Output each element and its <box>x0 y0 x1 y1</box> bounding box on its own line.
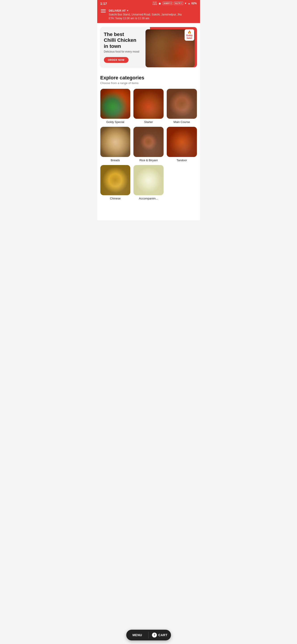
banner-subtitle: Delicious food for every mood <box>104 50 146 53</box>
banner-left-content: The bestChilli Chickenin town Delicious … <box>100 27 150 67</box>
categories-subtitle: Choose from a range of items <box>100 82 197 85</box>
status-time: 1:17 <box>100 2 107 5</box>
wifi-badge: VoWiFi 2 <box>162 2 173 5</box>
tandoor-image <box>167 127 197 157</box>
logo-hotel: hotel <box>187 37 192 40</box>
accompaniment-image <box>133 165 164 195</box>
main-content: The bestChilli Chickenin town Delicious … <box>97 23 200 220</box>
breads-label: Breads <box>111 158 120 162</box>
wifi-icon: ▼ <box>184 2 187 5</box>
categories-grid: Goldy Special Starter Main Course Breads… <box>100 89 197 200</box>
banner-right-content: 🔥 Goldy hotel <box>150 27 197 67</box>
category-goldy-special[interactable]: Goldy Special <box>100 89 130 124</box>
banner-section: The bestChilli Chickenin town Delicious … <box>97 23 200 70</box>
header: DELIVER AT ▼ Sakchi Bus Stand, Unnamed R… <box>97 7 200 23</box>
status-icons: 0.02KB/S ⏰ VoWiFi 2 VoLTE 1 ▼ ▲ 62% <box>152 1 197 5</box>
chinese-label: Chinese <box>110 197 121 200</box>
categories-title: Explore categories <box>100 75 197 81</box>
signal-icon: ▲ <box>188 2 190 5</box>
category-starter[interactable]: Starter <box>133 89 164 124</box>
tandoor-label: Tandoor <box>177 158 187 162</box>
main-course-image <box>167 89 197 119</box>
menu-button[interactable] <box>101 10 106 12</box>
category-accompaniment[interactable]: Accompanim... <box>133 165 164 200</box>
promo-banner[interactable]: The bestChilli Chickenin town Delicious … <box>100 27 197 67</box>
rice-biryani-image <box>133 127 164 157</box>
delivery-address: Sakchi Bus Stand, Unnamed Road, Sakchi, … <box>109 13 182 16</box>
volte-badge: VoLTE 1 <box>174 2 183 5</box>
dropdown-arrow-icon: ▼ <box>126 10 129 12</box>
banner-title: The bestChilli Chickenin town <box>104 32 146 49</box>
delivery-eta: ETA: Today 11:00 am to 11:30 am <box>109 17 182 20</box>
starter-label: Starter <box>144 120 153 124</box>
category-rice-biryani[interactable]: Rice & Biryani <box>133 127 164 162</box>
alarm-icon: ⏰ <box>158 2 161 5</box>
starter-image <box>133 89 164 119</box>
deliver-at-label[interactable]: DELIVER AT ▼ <box>109 9 182 12</box>
category-chinese[interactable]: Chinese <box>100 165 130 200</box>
category-tandoor[interactable]: Tandoor <box>167 127 197 162</box>
flame-icon: 🔥 <box>188 30 191 34</box>
rice-biryani-label: Rice & Biryani <box>139 158 158 162</box>
data-speed: 0.02KB/S <box>152 1 157 5</box>
delivery-info: DELIVER AT ▼ Sakchi Bus Stand, Unnamed R… <box>109 9 182 20</box>
status-bar: 1:17 0.02KB/S ⏰ VoWiFi 2 VoLTE 1 ▼ ▲ 62% <box>97 0 200 7</box>
breads-image <box>100 127 130 157</box>
category-breads[interactable]: Breads <box>100 127 130 162</box>
goldy-special-image <box>100 89 130 119</box>
accompaniment-label: Accompanim... <box>139 197 158 200</box>
goldy-logo: 🔥 Goldy hotel <box>185 29 194 41</box>
chinese-image <box>100 165 130 195</box>
logo-name: Goldy <box>186 34 192 37</box>
main-course-label: Main Course <box>173 120 190 124</box>
order-now-button[interactable]: ORDER NOW <box>104 57 128 63</box>
categories-section: Explore categories Choose from a range o… <box>97 70 200 202</box>
goldy-special-label: Goldy Special <box>106 120 124 124</box>
battery-level: 62% <box>191 2 197 5</box>
category-main-course[interactable]: Main Course <box>167 89 197 124</box>
